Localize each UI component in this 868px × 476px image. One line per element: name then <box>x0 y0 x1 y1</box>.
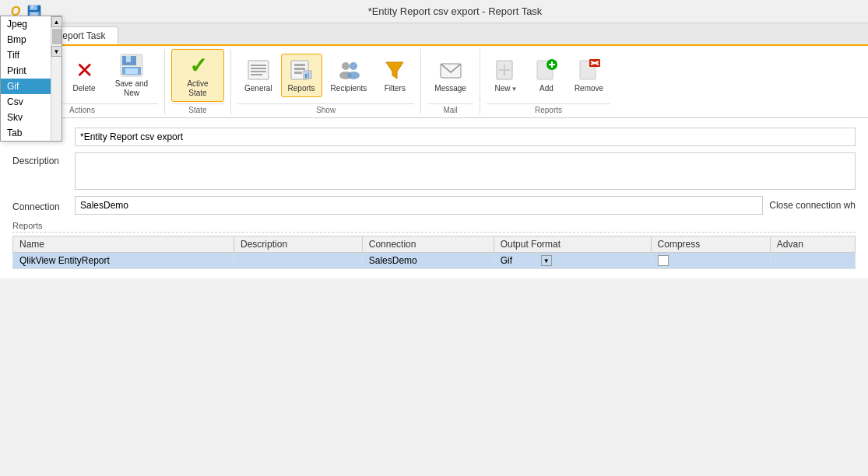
svg-rect-26 <box>307 72 309 78</box>
output-format-cell: Gif ▼ Jpeg Bmp Tiff Print <box>501 255 645 266</box>
cell-compress <box>651 253 770 269</box>
compress-checkbox[interactable] <box>658 255 669 266</box>
reports-icon <box>289 58 314 82</box>
output-format-dropdown-menu: Jpeg Bmp Tiff Print Gif Csv Skv Tab <box>0 16 62 142</box>
dropdown-item-tab[interactable]: Tab <box>1 125 51 141</box>
cell-advanced <box>770 253 855 269</box>
show-group-label: Show <box>237 103 414 114</box>
dropdown-item-csv[interactable]: Csv <box>1 94 51 110</box>
col-header-compress: Compress <box>651 236 770 253</box>
close-connection-label: Close connection wh <box>769 200 856 211</box>
cell-description <box>234 253 363 269</box>
dropdown-item-jpeg[interactable]: Jpeg <box>1 16 51 32</box>
col-header-connection: Connection <box>362 236 494 253</box>
window-title: *Entity Report csv export - Report Task <box>50 5 860 17</box>
save-new-button[interactable]: Save and New <box>105 49 158 102</box>
recipients-label: Recipients <box>331 84 367 93</box>
name-row: Name <box>12 128 856 146</box>
svg-rect-21 <box>294 64 305 66</box>
state-buttons: ✓ Active State <box>171 49 224 102</box>
add-icon <box>534 58 559 82</box>
reports-group-label: Reports <box>487 103 610 114</box>
new-label: New <box>494 84 510 93</box>
save-new-icon <box>119 53 144 78</box>
filters-label: Filters <box>385 84 406 93</box>
svg-point-30 <box>347 72 360 79</box>
new-button[interactable]: New ▼ <box>487 54 525 97</box>
ribbon-group-mail: Message Mail <box>421 49 480 114</box>
filters-button[interactable]: Filters <box>375 54 414 97</box>
add-label: Add <box>539 84 553 93</box>
mail-buttons: Message <box>427 49 473 102</box>
active-state-button[interactable]: ✓ Active State <box>171 49 224 102</box>
general-label: General <box>244 84 272 93</box>
show-buttons: General Reports <box>237 49 414 102</box>
scroll-up-button[interactable]: ▲ <box>51 16 62 27</box>
col-header-advanced: Advan <box>770 236 855 253</box>
cell-name: QlikView EntityReport <box>13 253 234 269</box>
remove-icon <box>577 58 602 82</box>
general-icon <box>246 58 271 82</box>
delete-icon: ✕ <box>72 58 97 82</box>
output-format-dropdown-arrow[interactable]: ▼ <box>541 255 552 266</box>
recipients-button[interactable]: Recipients <box>324 54 374 97</box>
reports-action-buttons: New ▼ Add <box>487 49 610 102</box>
message-label: Message <box>434 84 466 93</box>
name-input[interactable] <box>75 128 856 146</box>
cell-output-format: Gif ▼ Jpeg Bmp Tiff Print <box>494 253 651 269</box>
reports-section: Reports Name Description Connection Outp… <box>12 221 856 269</box>
dropdown-item-print[interactable]: Print <box>1 63 51 79</box>
ribbon: Save and Close ✕ Delete <box>0 46 868 118</box>
col-header-description: Description <box>234 236 363 253</box>
svg-rect-22 <box>294 68 305 70</box>
message-button[interactable]: Message <box>427 54 473 97</box>
dropdown-item-gif[interactable]: Gif <box>1 79 51 94</box>
cell-connection: SalesDemo <box>362 253 494 269</box>
connection-input[interactable] <box>75 196 763 215</box>
active-label: Active State <box>178 79 217 98</box>
remove-label: Remove <box>575 84 603 93</box>
col-header-output-format: Output Format <box>494 236 651 253</box>
scroll-down-button[interactable]: ▼ <box>51 46 62 57</box>
recipients-icon <box>336 58 361 82</box>
scroll-thumb <box>52 29 61 44</box>
delete-button[interactable]: ✕ Delete <box>65 54 104 97</box>
filters-icon <box>382 58 407 82</box>
dropdown-item-skv[interactable]: Skv <box>1 110 51 125</box>
reports-label: Reports <box>288 84 315 93</box>
svg-rect-15 <box>248 61 269 79</box>
delete-label: Delete <box>73 84 96 93</box>
title-bar: Q *Entity Report csv export - Report Tas… <box>0 0 868 23</box>
mail-group-label: Mail <box>427 103 473 114</box>
svg-point-29 <box>350 62 357 70</box>
ribbon-group-reports-actions: New ▼ Add <box>480 49 617 114</box>
output-format-value: Gif <box>501 255 539 266</box>
remove-button[interactable]: Remove <box>568 54 610 97</box>
new-icon <box>494 58 518 82</box>
state-group-label: State <box>171 103 224 114</box>
dropdown-item-bmp[interactable]: Bmp <box>1 32 51 47</box>
connection-row: Connection Close connection wh <box>12 196 856 215</box>
message-icon <box>438 58 463 82</box>
general-button[interactable]: General <box>237 54 279 97</box>
dropdown-item-tiff[interactable]: Tiff <box>1 47 51 63</box>
tab-strip: File Report Task <box>0 23 868 46</box>
svg-rect-25 <box>305 74 307 78</box>
svg-point-27 <box>342 62 350 70</box>
add-button[interactable]: Add <box>527 54 566 97</box>
main-content: Name Description Connection Close connec… <box>0 118 868 278</box>
description-row: Description <box>12 152 856 190</box>
ribbon-group-show: General Reports <box>231 49 421 114</box>
active-icon: ✓ <box>185 53 210 78</box>
table-row[interactable]: QlikView EntityReport SalesDemo Gif ▼ Jp… <box>13 253 856 269</box>
reports-button[interactable]: Reports <box>281 54 322 97</box>
connection-label: Connection <box>12 198 75 212</box>
svg-rect-23 <box>294 72 302 74</box>
col-header-name: Name <box>13 236 234 253</box>
svg-rect-2 <box>31 5 33 9</box>
reports-table: Name Description Connection Output Forma… <box>12 236 856 269</box>
svg-rect-14 <box>125 68 138 74</box>
svg-marker-31 <box>386 62 403 79</box>
reports-section-title: Reports <box>12 221 856 233</box>
description-input[interactable] <box>75 152 856 190</box>
